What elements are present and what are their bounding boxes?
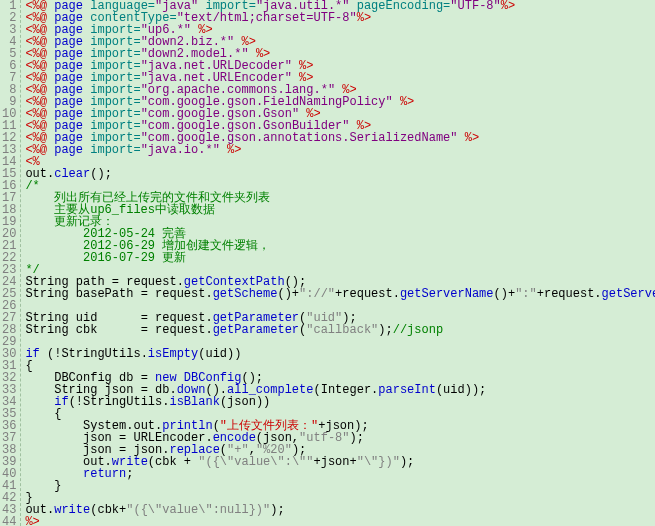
line-number: 44 (2, 516, 16, 526)
code-token: %> (25, 515, 39, 526)
code-token: isBlank (169, 395, 219, 409)
code-token: getScheme (213, 287, 278, 301)
code-token: getServerName (400, 287, 494, 301)
code-token: +request. (335, 287, 400, 301)
code-token: page (47, 143, 90, 157)
code-line[interactable]: 主要从up6_files中读取数据 (25, 204, 655, 216)
code-token: clear (54, 167, 90, 181)
code-token: "java.io.*" (141, 143, 220, 157)
code-token: ); (270, 503, 284, 517)
code-token: (uid)); (436, 383, 486, 397)
code-token: write (54, 503, 90, 517)
code-line[interactable]: %> (25, 516, 655, 526)
code-line[interactable]: <% (25, 156, 655, 168)
code-line[interactable]: out.clear(); (25, 168, 655, 180)
code-token: (Integer. (313, 383, 378, 397)
code-line[interactable]: return; (25, 468, 655, 480)
code-token: "({\"value\":\"" (198, 455, 313, 469)
code-editor: 1234567891011121314151617181920212223242… (0, 0, 655, 526)
code-token: getParameter (213, 323, 299, 337)
code-line[interactable]: <%@ page import="java.io.*" %> (25, 144, 655, 156)
code-token: +request. (537, 287, 602, 301)
code-line[interactable]: 2016-07-29 更新 (25, 252, 655, 264)
code-line[interactable]: String basePath = request.getScheme()+":… (25, 288, 655, 300)
code-token: 2016-07-29 更新 (25, 251, 186, 265)
code-line[interactable]: if(!StringUtils.isBlank(json)) (25, 396, 655, 408)
code-token: ":" (515, 287, 537, 301)
code-area[interactable]: <%@ page language="java" import="java.ut… (21, 0, 655, 526)
code-token: %> (357, 11, 371, 25)
code-token: import= (90, 143, 140, 157)
code-token: %> (458, 131, 480, 145)
code-token: (cbk + (148, 455, 198, 469)
code-token: (json)) (220, 395, 270, 409)
code-token: (uid)) (198, 347, 241, 361)
code-token: %> (220, 143, 242, 157)
code-token: (cbk+ (90, 503, 126, 517)
code-token: "callback" (306, 323, 378, 337)
code-token: ()+ (494, 287, 516, 301)
code-token: "utf-8" (299, 431, 349, 445)
line-gutter: 1234567891011121314151617181920212223242… (0, 0, 21, 526)
code-token: return (83, 467, 126, 481)
code-token: ()+ (277, 287, 299, 301)
code-token: %> (501, 0, 515, 13)
code-token: ; (126, 467, 133, 481)
code-token: "\"})" (357, 455, 400, 469)
code-token: (); (90, 167, 112, 181)
code-token: "UTF-8" (450, 0, 500, 13)
code-token: ); (400, 455, 414, 469)
code-token: "://" (299, 287, 335, 301)
code-line[interactable]: String cbk = request.getParameter("callb… (25, 324, 655, 336)
code-token: (!StringUtils. (69, 395, 170, 409)
code-token: isEmpty (148, 347, 198, 361)
code-line[interactable]: if (!StringUtils.isEmpty(uid)) (25, 348, 655, 360)
code-token: parseInt (378, 383, 436, 397)
code-token: (!StringUtils. (40, 347, 148, 361)
code-token: "({\"value\":null})" (126, 503, 270, 517)
code-token: getServerPort (602, 287, 655, 301)
code-token: String basePath = request. (25, 287, 212, 301)
code-token: String cbk = request. (25, 323, 212, 337)
code-token: +json+ (313, 455, 356, 469)
code-line[interactable]: out.write(cbk+"({\"value\":null})"); (25, 504, 655, 516)
code-token: ); (350, 431, 364, 445)
code-token: //jsonp (393, 323, 443, 337)
code-token: ); (378, 323, 392, 337)
code-line[interactable]: } (25, 480, 655, 492)
code-token: %> (393, 95, 415, 109)
